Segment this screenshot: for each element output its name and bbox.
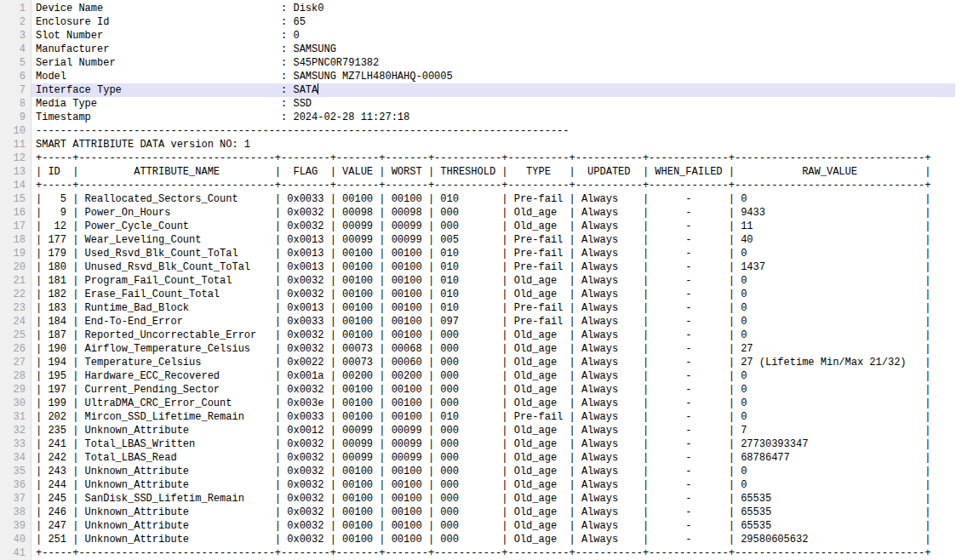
- editor-line: 38 | 246 | Unknown_Attribute | 0x0032 | …: [0, 506, 962, 519]
- line-text[interactable]: | 243 | Unknown_Attribute | 0x0032 | 001…: [31, 465, 955, 478]
- editor-line: 40 | 251 | Unknown_Attribute | 0x0032 | …: [0, 533, 962, 546]
- editor-line: 28 | 195 | Hardware_ECC_Recovered | 0x00…: [0, 369, 962, 383]
- line-text[interactable]: Enclosure Id : 65: [31, 15, 955, 29]
- line-text[interactable]: | 184 | End-To-End_Error | 0x0033 | 0010…: [31, 315, 955, 329]
- editor-line: 32 | 235 | Unknown_Attribute | 0x0012 | …: [0, 424, 962, 437]
- line-text[interactable]: | ID | ATTRIBUTE_NAME | FLAG | VALUE | W…: [31, 165, 955, 179]
- line-text[interactable]: | 187 | Reported_Uncorrectable_Error | 0…: [31, 329, 955, 342]
- editor-line: 13 | ID | ATTRIBUTE_NAME | FLAG | VALUE …: [0, 165, 962, 179]
- line-text[interactable]: Manufacturer : SAMSUNG: [31, 43, 955, 56]
- line-text[interactable]: Media Type : SSD: [31, 97, 955, 111]
- editor-line: 34 | 242 | Total_LBAS_Read | 0x0032 | 00…: [0, 451, 962, 465]
- line-text[interactable]: | 241 | Total_LBAS_Written | 0x0032 | 00…: [31, 437, 955, 451]
- line-text[interactable]: | 9 | Power_On_Hours | 0x0032 | 00098 | …: [31, 206, 955, 220]
- line-number: 1: [0, 2, 31, 15]
- line-text[interactable]: Device Name : Disk0: [31, 2, 955, 15]
- line-number: 25: [0, 329, 31, 342]
- line-text[interactable]: | 190 | Airflow_Temperature_Celsius | 0x…: [31, 342, 955, 356]
- editor-line: 23 | 183 | Runtime_Bad_Block | 0x0013 | …: [0, 301, 962, 315]
- line-text[interactable]: | 195 | Hardware_ECC_Recovered | 0x001a …: [31, 369, 955, 383]
- line-text[interactable]: | 5 | Reallocated_Sectors_Count | 0x0033…: [31, 192, 955, 206]
- editor-line: 11 SMART ATTRIBIUTE DATA version NO: 1: [0, 138, 962, 151]
- line-number: 33: [0, 437, 31, 451]
- editor-line: 41 +-----+------------------------------…: [0, 546, 962, 560]
- line-text[interactable]: +-----+--------------------------------+…: [31, 179, 955, 192]
- line-number: 26: [0, 342, 31, 356]
- editor-line: 6 Model : SAMSUNG MZ7LH480HAHQ-00005: [0, 70, 962, 83]
- line-number: 3: [0, 29, 31, 43]
- line-number: 29: [0, 383, 31, 397]
- line-number: 14: [0, 179, 31, 192]
- editor-line: 25 | 187 | Reported_Uncorrectable_Error …: [0, 329, 962, 342]
- line-text[interactable]: | 202 | Mircon_SSD_Lifetime_Remain | 0x0…: [31, 410, 955, 424]
- editor-line: 18 | 177 | Wear_Leveling_Count | 0x0013 …: [0, 233, 962, 247]
- line-number: 16: [0, 206, 31, 220]
- line-text[interactable]: SMART ATTRIBIUTE DATA version NO: 1: [31, 138, 955, 151]
- editor-line: 27 | 194 | Temperature_Celsius | 0x0022 …: [0, 356, 962, 369]
- editor-line: 4 Manufacturer : SAMSUNG: [0, 43, 962, 56]
- line-text[interactable]: | 251 | Unknown_Attribute | 0x0032 | 001…: [31, 533, 955, 546]
- line-text[interactable]: | 242 | Total_LBAS_Read | 0x0032 | 00099…: [31, 451, 955, 465]
- line-text[interactable]: | 199 | UltraDMA_CRC_Error_Count | 0x003…: [31, 397, 955, 410]
- line-text[interactable]: | 182 | Erase_Fail_Count_Total | 0x0032 …: [31, 288, 955, 301]
- editor-line: 29 | 197 | Current_Pending_Sector | 0x00…: [0, 383, 962, 397]
- line-text[interactable]: | 197 | Current_Pending_Sector | 0x0032 …: [31, 383, 955, 397]
- line-number: 27: [0, 356, 31, 369]
- line-text[interactable]: | 194 | Temperature_Celsius | 0x0022 | 0…: [31, 356, 955, 369]
- editor-line: 31 | 202 | Mircon_SSD_Lifetime_Remain | …: [0, 410, 962, 424]
- line-text[interactable]: Timestamp : 2024-02-28 11:27:18: [31, 111, 955, 124]
- editor-line: 15 | 5 | Reallocated_Sectors_Count | 0x0…: [0, 192, 962, 206]
- editor-line: 39 | 247 | Unknown_Attribute | 0x0032 | …: [0, 519, 962, 533]
- editor-line: 8 Media Type : SSD: [0, 97, 962, 111]
- line-number: 38: [0, 506, 31, 519]
- editor-lines: 1 Device Name : Disk0 2 Enclosure Id : 6…: [0, 2, 962, 560]
- line-text[interactable]: Interface Type : SATA: [31, 83, 955, 97]
- line-text[interactable]: | 183 | Runtime_Bad_Block | 0x0013 | 001…: [31, 301, 955, 315]
- line-text[interactable]: ----------------------------------------…: [31, 124, 955, 138]
- editor-line: 10 -------------------------------------…: [0, 124, 962, 138]
- line-text[interactable]: | 179 | Used_Rsvd_Blk_Count_ToTal | 0x00…: [31, 247, 955, 260]
- editor-line: 9 Timestamp : 2024-02-28 11:27:18: [0, 111, 962, 124]
- line-text[interactable]: | 12 | Power_Cycle_Count | 0x0032 | 0009…: [31, 220, 955, 233]
- line-text[interactable]: | 235 | Unknown_Attribute | 0x0012 | 000…: [31, 424, 955, 437]
- line-number: 11: [0, 138, 31, 151]
- line-text[interactable]: Model : SAMSUNG MZ7LH480HAHQ-00005: [31, 70, 955, 83]
- line-text[interactable]: | 247 | Unknown_Attribute | 0x0032 | 001…: [31, 519, 955, 533]
- line-text[interactable]: | 180 | Unused_Rsvd_Blk_Count_ToTal | 0x…: [31, 260, 955, 274]
- line-text[interactable]: +-----+--------------------------------+…: [31, 151, 955, 165]
- line-text[interactable]: Serial Number : S45PNC0R791382: [31, 56, 955, 70]
- line-number: 31: [0, 410, 31, 424]
- line-number: 13: [0, 165, 31, 179]
- line-number: 32: [0, 424, 31, 437]
- line-number: 15: [0, 192, 31, 206]
- line-number: 40: [0, 533, 31, 546]
- editor-line: 12 +-----+------------------------------…: [0, 151, 962, 165]
- line-text[interactable]: | 244 | Unknown_Attribute | 0x0032 | 001…: [31, 478, 955, 492]
- line-number: 12: [0, 151, 31, 165]
- line-text[interactable]: +-----+--------------------------------+…: [31, 546, 955, 560]
- line-number: 6: [0, 70, 31, 83]
- line-number: 39: [0, 519, 31, 533]
- editor-line: 22 | 182 | Erase_Fail_Count_Total | 0x00…: [0, 288, 962, 301]
- line-number: 10: [0, 124, 31, 138]
- text-caret: [318, 83, 318, 94]
- line-text[interactable]: | 177 | Wear_Leveling_Count | 0x0013 | 0…: [31, 233, 955, 247]
- line-text[interactable]: | 245 | SanDisk_SSD_Lifetim_Remain | 0x0…: [31, 492, 955, 506]
- editor-line: 26 | 190 | Airflow_Temperature_Celsius |…: [0, 342, 962, 356]
- text-editor[interactable]: 1 Device Name : Disk0 2 Enclosure Id : 6…: [0, 0, 962, 560]
- line-number: 30: [0, 397, 31, 410]
- line-number: 37: [0, 492, 31, 506]
- line-number: 22: [0, 288, 31, 301]
- line-text[interactable]: Slot Number : 0: [31, 29, 955, 43]
- line-text[interactable]: | 246 | Unknown_Attribute | 0x0032 | 001…: [31, 506, 955, 519]
- line-number: 35: [0, 465, 31, 478]
- line-text[interactable]: | 181 | Program_Fail_Count_Total | 0x003…: [31, 274, 955, 288]
- editor-line: 33 | 241 | Total_LBAS_Written | 0x0032 |…: [0, 437, 962, 451]
- line-number: 20: [0, 260, 31, 274]
- editor-line: 2 Enclosure Id : 65: [0, 15, 962, 29]
- line-number: 2: [0, 15, 31, 29]
- editor-line: 14 +-----+------------------------------…: [0, 179, 962, 192]
- line-number: 18: [0, 233, 31, 247]
- line-number: 21: [0, 274, 31, 288]
- line-number: 23: [0, 301, 31, 315]
